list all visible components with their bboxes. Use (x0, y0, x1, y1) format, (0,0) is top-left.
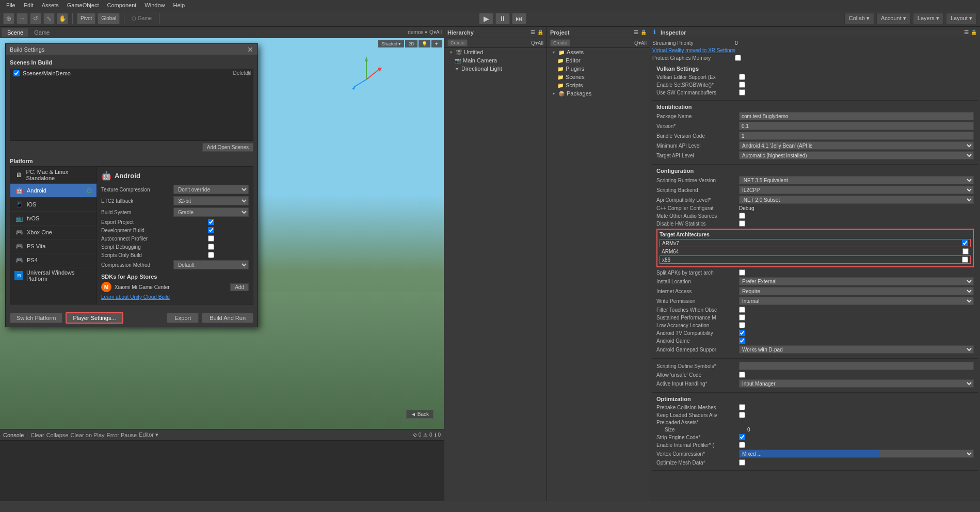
setsrgb-checkbox[interactable] (739, 82, 745, 88)
platform-item-psvita[interactable]: 🎮 PS Vita (10, 239, 97, 253)
optimize-mesh-checkbox[interactable] (739, 459, 745, 466)
console-clear-btn[interactable]: Clear (30, 432, 44, 438)
install-location-select[interactable]: Prefer External (739, 277, 974, 285)
scripting-backend-select[interactable]: IL2CPP (739, 186, 974, 194)
export-project-checkbox[interactable] (173, 219, 249, 225)
platform-item-xbox[interactable]: 🎮 Xbox One (10, 226, 97, 239)
write-permission-select[interactable]: Internal (739, 297, 974, 305)
x86-checkbox[interactable] (962, 257, 968, 263)
project-lock-icon[interactable]: 🔒 (640, 29, 647, 35)
hierarchy-create-btn[interactable]: Create (447, 39, 468, 46)
global-button[interactable]: Global (98, 13, 120, 24)
texture-compression-select[interactable]: Don't override (173, 185, 249, 194)
inspector-menu-icon[interactable]: ☰ (964, 29, 969, 35)
enable-internal-checkbox[interactable] (739, 442, 745, 448)
vulkan-editor-checkbox[interactable] (739, 74, 745, 80)
vr-link[interactable]: Virtual Reality moved to XR Settings (652, 47, 735, 53)
toolbar-icon-3[interactable]: ↺ (30, 13, 41, 24)
mute-audio-checkbox[interactable] (739, 213, 745, 219)
scene-checkbox-main[interactable] (13, 70, 20, 76)
toolbar-icon-2[interactable]: ↔ (17, 13, 28, 24)
etc2-select[interactable]: 32-bit (173, 196, 249, 205)
target-api-select[interactable]: Automatic (highest installed) (739, 151, 974, 159)
player-settings-button[interactable]: Player Settings... (66, 312, 123, 324)
arm64-checkbox[interactable] (962, 248, 969, 254)
menu-component[interactable]: Component (103, 1, 140, 9)
cloud-build-link[interactable]: Learn about Unity Cloud Build (101, 294, 249, 300)
protect-graphics-checkbox[interactable] (735, 55, 741, 61)
build-system-select[interactable]: Gradle (173, 207, 249, 217)
project-item-scenes[interactable]: 📁 Scenes (547, 73, 650, 81)
export-button[interactable]: Export (167, 313, 199, 323)
layers-button[interactable]: Layers ▾ (913, 13, 944, 24)
platform-item-android[interactable]: 🤖 Android ⊙ (10, 184, 97, 198)
hierarchy-search[interactable]: Q▾All (531, 40, 543, 46)
prebake-checkbox[interactable] (739, 404, 745, 410)
project-search[interactable]: Q▾All (634, 40, 647, 46)
hierarchy-item-light[interactable]: ☀ Directional Light (444, 65, 547, 73)
version-input[interactable] (739, 122, 974, 130)
package-name-input[interactable] (739, 112, 974, 120)
platform-item-tvos[interactable]: 📺 tvOS (10, 212, 97, 226)
menu-window[interactable]: Window (140, 1, 169, 9)
project-create-btn[interactable]: Create (550, 39, 570, 46)
pause-button[interactable]: ⏸ (495, 13, 510, 24)
console-collapse-btn[interactable]: Collapse (46, 432, 69, 438)
add-open-scenes-button[interactable]: Add Open Scenes (202, 143, 253, 152)
strip-engine-checkbox[interactable] (739, 434, 745, 440)
modal-close-button[interactable]: ✕ (247, 45, 253, 54)
menu-gameobject[interactable]: GameObject (63, 1, 103, 9)
tab-scene[interactable]: Scene (2, 28, 29, 37)
pivot-button[interactable]: Pivot (77, 13, 95, 24)
android-game-checkbox[interactable] (739, 338, 745, 344)
project-item-scripts[interactable]: 📁 Scripts (547, 81, 650, 89)
internet-access-select[interactable]: Require (739, 287, 974, 295)
project-menu-icon[interactable]: ☰ (634, 29, 638, 35)
compression-select[interactable]: Default (173, 260, 249, 269)
hierarchy-item-camera[interactable]: 📷 Main Camera (444, 56, 547, 65)
platform-item-pc[interactable]: 🖥 PC, Mac & Linux Standalone (10, 167, 97, 184)
sw-cmd-checkbox[interactable] (739, 89, 745, 95)
hierarchy-menu-icon[interactable]: ☰ (531, 29, 535, 35)
android-tv-checkbox[interactable] (739, 330, 745, 336)
menu-assets[interactable]: Assets (38, 1, 63, 9)
platform-item-uwp[interactable]: ⊞ Universal Windows Platform (10, 267, 97, 284)
project-item-packages[interactable]: ▾ 📦 Packages (547, 89, 650, 98)
autoconnect-checkbox[interactable] (173, 235, 249, 242)
sdk-add-button[interactable]: Add (230, 283, 249, 291)
bundle-version-input[interactable] (739, 132, 974, 140)
armv7-checkbox[interactable] (962, 240, 968, 246)
keep-loaded-checkbox[interactable] (739, 412, 745, 418)
toolbar-icon-4[interactable]: ⤡ (43, 13, 55, 24)
scripting-define-input[interactable] (739, 362, 974, 370)
console-editor[interactable]: Editor ▾ (139, 431, 158, 438)
project-item-plugins[interactable]: 📁 Plugins (547, 65, 650, 73)
project-item-assets[interactable]: ▾ 📁 Assets (547, 48, 650, 56)
hierarchy-lock-icon[interactable]: 🔒 (537, 29, 543, 35)
menu-help[interactable]: Help (169, 1, 189, 9)
sustained-perf-checkbox[interactable] (739, 314, 745, 321)
platform-item-ps4[interactable]: 🎮 PS4 (10, 253, 97, 267)
filter-touches-checkbox[interactable] (739, 307, 745, 313)
scripting-runtime-select[interactable]: .NET 3.5 Equivalent (739, 176, 974, 184)
build-run-button[interactable]: Build And Run (202, 313, 253, 323)
scripts-only-checkbox[interactable] (173, 252, 249, 258)
low-accuracy-checkbox[interactable] (739, 322, 745, 328)
disable-hw-checkbox[interactable] (739, 220, 745, 227)
script-debug-checkbox[interactable] (173, 244, 249, 250)
split-apk-checkbox[interactable] (739, 269, 745, 276)
android-gamepad-select[interactable]: Works with D-pad (739, 345, 974, 354)
menu-edit[interactable]: Edit (20, 1, 38, 9)
inspector-lock-icon[interactable]: 🔒 (971, 29, 977, 35)
active-input-select[interactable]: Input Manager (739, 379, 974, 388)
menu-file[interactable]: File (2, 1, 20, 9)
step-button[interactable]: ⏭ (512, 13, 526, 24)
collab-button[interactable]: Collab ▾ (844, 13, 874, 24)
toolbar-icon-1[interactable]: ⊕ (3, 13, 14, 24)
api-compat-select[interactable]: .NET 2.0 Subset (739, 196, 974, 204)
min-api-select[interactable]: Android 4.1 'Jelly Bean' (API le (739, 141, 974, 150)
dev-build-checkbox[interactable] (173, 227, 249, 233)
hierarchy-item-untitled[interactable]: ▾ 🎬 Untitled (444, 48, 547, 56)
vertex-compress-select[interactable]: Mixed ... (739, 450, 974, 458)
platform-item-ios[interactable]: 📱 iOS (10, 198, 97, 212)
